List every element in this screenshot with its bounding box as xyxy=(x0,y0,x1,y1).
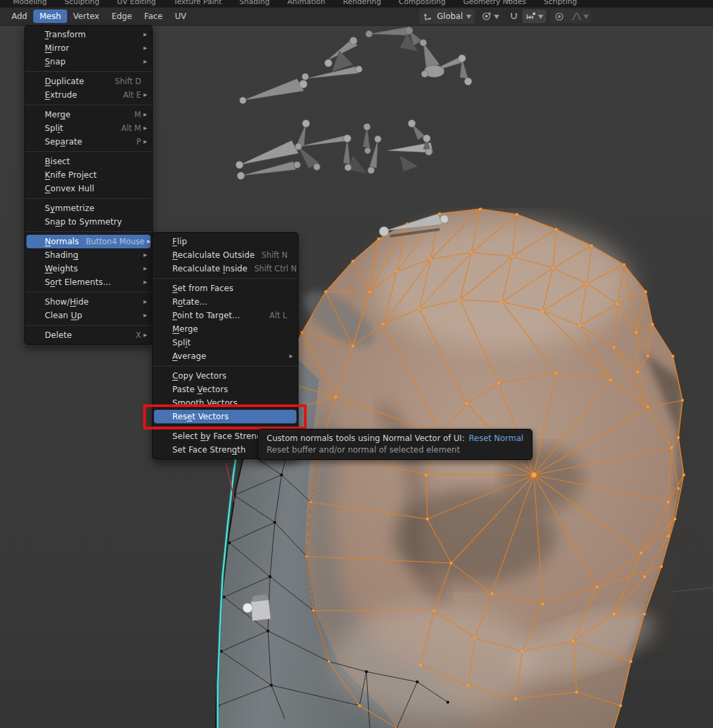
mesh-menu-item-snap-to-symmetry[interactable]: Snap to Symmetry xyxy=(26,215,151,229)
submenu-arrow-icon: ▶ xyxy=(141,126,147,131)
menu-separator xyxy=(25,229,152,235)
submenu-arrow-icon: ▶ xyxy=(141,45,147,51)
fan-center-vertex xyxy=(531,472,536,477)
workspace-tab-sculpting[interactable]: Sculpting xyxy=(56,0,108,7)
menu-separator xyxy=(25,289,152,295)
submenu-arrow-icon: ▶ xyxy=(141,313,147,318)
chevron-down-icon: ▼ xyxy=(466,14,471,20)
proportional-editing-toggle[interactable] xyxy=(551,9,568,23)
tooltip-operator-link: Reset Normal xyxy=(469,434,524,443)
workspace-tab-compositing[interactable]: Compositing xyxy=(390,0,455,7)
mesh-menu-item-normals[interactable]: Normals Button4 Mouse ▶ xyxy=(26,235,151,248)
submenu-arrow-icon: ▶ xyxy=(141,59,147,64)
viewport-header-controls: Global ▼ ▼ xyxy=(419,7,592,25)
proportional-editing-controls: ▼ xyxy=(551,9,592,23)
mesh-menu-item-merge[interactable]: Merge M ▶ xyxy=(26,108,151,121)
normals-submenu-item-smooth-vectors[interactable]: Smooth Vectors xyxy=(154,396,296,410)
workspace-tab-texture-paint[interactable]: Texture Paint xyxy=(165,0,231,7)
submenu-arrow-icon: ▶ xyxy=(144,239,151,244)
mesh-menu-item-extrude[interactable]: Extrude Alt E ▶ xyxy=(26,88,151,102)
snap-toggle-button[interactable] xyxy=(505,9,522,23)
submenu-arrow-icon: ▶ xyxy=(141,299,147,305)
normals-submenu-item-point-to-target[interactable]: Point to Target... Alt L xyxy=(154,309,296,322)
proportional-falloff-dropdown[interactable]: ▼ xyxy=(568,9,592,23)
mesh-menu-item-bisect[interactable]: Bisect xyxy=(26,155,151,168)
orientation-value: Global xyxy=(436,12,464,21)
header-menu-uv[interactable]: UV xyxy=(169,9,193,23)
normals-submenu-item-split[interactable]: Split xyxy=(154,336,296,349)
falloff-curve-icon xyxy=(571,12,582,21)
tooltip: Custom normals tools using Normal Vector… xyxy=(258,429,533,460)
snap-target-icon xyxy=(526,12,537,21)
submenu-arrow-icon: ▶ xyxy=(141,252,147,258)
mesh-menu-item-transform[interactable]: Transform ▶ xyxy=(26,28,151,41)
workspace-tab-uv-editing[interactable]: UV Editing xyxy=(108,0,164,7)
workspace-tab-scripting[interactable]: Scripting xyxy=(535,0,586,7)
submenu-arrow-icon: ▶ xyxy=(141,332,147,338)
tooltip-description: Reset buffer and/or normal of selected e… xyxy=(267,445,524,455)
proportional-editing-icon xyxy=(554,12,564,22)
mesh-menu-item-symmetrize[interactable]: Symmetrize xyxy=(26,202,151,215)
mesh-menu-item-split[interactable]: Split Alt M ▶ xyxy=(26,121,151,135)
header-menu-vertex[interactable]: Vertex xyxy=(67,9,106,23)
pivot-point-dropdown[interactable]: ▼ xyxy=(480,9,500,24)
menu-separator xyxy=(153,363,298,369)
header-menu-mesh[interactable]: Mesh xyxy=(33,9,67,23)
submenu-arrow-icon: ▶ xyxy=(141,266,147,271)
mesh-menu-item-clean-up[interactable]: Clean Up ▶ xyxy=(26,309,151,322)
mesh-menu-item-convex-hull[interactable]: Convex Hull xyxy=(26,182,151,195)
normals-submenu: Flip Recalculate Outside Shift N Recalcu… xyxy=(152,232,298,459)
workspace-tab-modeling[interactable]: Modeling xyxy=(4,0,56,7)
transform-orientation-icon xyxy=(423,12,433,21)
submenu-arrow-icon: ▶ xyxy=(287,353,293,359)
tooltip-title: Custom normals tools using Normal Vector… xyxy=(267,434,465,443)
menu-separator xyxy=(25,69,152,75)
chevron-down-icon: ▼ xyxy=(583,14,589,20)
normals-submenu-item-average[interactable]: Average ▶ xyxy=(154,349,296,363)
normals-submenu-item-recalculate-outside[interactable]: Recalculate Outside Shift N xyxy=(154,248,296,262)
add-workspace-button[interactable]: + xyxy=(505,0,513,5)
workspace-tab-animation[interactable]: Animation xyxy=(278,0,334,7)
mesh-menu-item-delete[interactable]: Delete X ▶ xyxy=(26,328,151,342)
normals-submenu-item-recalculate-inside[interactable]: Recalculate Inside Shift Ctrl N xyxy=(154,262,296,275)
workspace-tab-rendering[interactable]: Rendering xyxy=(334,0,390,7)
chevron-down-icon: ▼ xyxy=(538,14,543,20)
snap-magnet-icon xyxy=(509,12,519,22)
mesh-menu-item-knife-project[interactable]: Knife Project xyxy=(26,168,151,182)
header-menu-add[interactable]: Add xyxy=(5,9,33,23)
menu-separator xyxy=(153,275,298,282)
mesh-menu-item-duplicate[interactable]: Duplicate Shift D xyxy=(26,75,151,88)
snap-target-dropdown[interactable]: ▼ xyxy=(522,9,546,23)
normals-submenu-item-flip[interactable]: Flip xyxy=(154,235,296,248)
normals-submenu-item-rotate[interactable]: Rotate... xyxy=(154,295,296,309)
mesh-menu-item-show-hide[interactable]: Show/Hide ▶ xyxy=(26,295,151,309)
mesh-menu-item-snap[interactable]: Snap ▶ xyxy=(26,55,151,69)
chevron-down-icon: ▼ xyxy=(495,14,500,20)
normals-submenu-item-set-from-faces[interactable]: Set from Faces xyxy=(154,282,296,295)
mesh-menu-item-sort-elements[interactable]: Sort Elements... ▶ xyxy=(26,275,151,289)
submenu-arrow-icon: ▶ xyxy=(141,92,147,98)
menu-separator xyxy=(25,322,152,328)
menu-separator xyxy=(25,149,152,155)
submenu-arrow-icon: ▶ xyxy=(141,139,147,145)
normals-submenu-item-reset-vectors[interactable]: Reset Vectors xyxy=(154,410,296,423)
workspace-tab-geometry-nodes[interactable]: Geometry Nodes xyxy=(455,0,535,7)
header-menu-face[interactable]: Face xyxy=(138,9,169,23)
blender-window: ModelingSculptingUV EditingTexture Paint… xyxy=(0,0,713,728)
mesh-menu-item-weights[interactable]: Weights ▶ xyxy=(26,262,151,275)
submenu-arrow-icon: ▶ xyxy=(141,280,147,285)
mesh-menu-item-mirror[interactable]: Mirror ▶ xyxy=(26,41,151,55)
transform-orientation-dropdown[interactable]: Global ▼ xyxy=(419,9,475,24)
header-menu-edge[interactable]: Edge xyxy=(105,9,138,23)
mesh-menu: Transform ▶ Mirror ▶ Snap ▶ Duplicate Sh… xyxy=(24,25,153,345)
menu-separator xyxy=(25,102,152,108)
normals-submenu-item-merge[interactable]: Merge xyxy=(154,322,296,336)
mesh-menu-item-separate[interactable]: Separate P ▶ xyxy=(26,135,151,149)
normals-submenu-item-paste-vectors[interactable]: Paste Vectors xyxy=(154,383,296,396)
workspace-tab-shading[interactable]: Shading xyxy=(231,0,279,7)
snapping-controls: ▼ xyxy=(505,9,546,23)
mesh-menu-item-shading[interactable]: Shading ▶ xyxy=(26,248,151,262)
normals-submenu-item-copy-vectors[interactable]: Copy Vectors xyxy=(154,369,296,383)
submenu-arrow-icon: ▶ xyxy=(141,112,147,117)
submenu-arrow-icon: ▶ xyxy=(141,32,147,37)
